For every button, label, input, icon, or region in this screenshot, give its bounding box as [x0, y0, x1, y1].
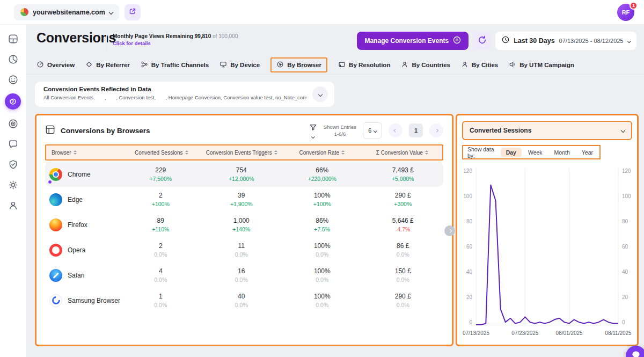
- tab-by-countries[interactable]: By Countries: [401, 61, 450, 69]
- cell-delta: 0.0%: [120, 251, 201, 258]
- tab-by-browser[interactable]: By Browser: [270, 57, 327, 72]
- browser-name: Samsung Browser: [68, 297, 120, 304]
- tab-by-device[interactable]: By Device: [219, 61, 260, 69]
- column-label: Conversion Rate: [299, 150, 339, 156]
- cell-value: 16: [201, 267, 282, 275]
- user-icon: [8, 200, 19, 211]
- sort-icon: [185, 150, 188, 155]
- x-tick-label: 08/01/2025: [556, 330, 583, 336]
- granularity-day-button[interactable]: Day: [501, 148, 522, 157]
- chevron-down-icon: [627, 39, 631, 42]
- sidebar-item-visitors[interactable]: [6, 73, 19, 86]
- granularity-month-button[interactable]: Month: [549, 148, 575, 157]
- plus-circle-icon: [453, 36, 461, 46]
- next-page-button[interactable]: [429, 123, 443, 137]
- table-row-safari[interactable]: Safari 40.0% 160.0% 100%0.0% 150 £0.0%: [45, 263, 443, 288]
- table-row-chrome[interactable]: Chrome 229+7,500% 754+12,000% 66%+220,00…: [45, 162, 443, 187]
- sidebar-item-conversions[interactable]: [5, 93, 21, 110]
- cell-delta: +100%: [120, 201, 201, 207]
- column-header-browser[interactable]: Browser: [46, 150, 121, 156]
- page-size-select[interactable]: 6: [363, 122, 382, 139]
- cell-delta: 0.0%: [363, 276, 444, 283]
- prev-page-button[interactable]: [389, 123, 402, 137]
- tab-by-traffic-channels[interactable]: By Traffic Channels: [141, 61, 209, 69]
- panel-resize-handle[interactable]: [444, 225, 455, 236]
- tab-label: By Referrer: [96, 62, 130, 68]
- support-chat-button[interactable]: [626, 346, 644, 357]
- sidebar-item-settings[interactable]: [6, 178, 19, 191]
- sort-icon: [274, 150, 277, 155]
- cell-value: 86%: [282, 217, 363, 224]
- manage-conversion-events-button[interactable]: Manage Conversion Events: [357, 32, 469, 50]
- table-row-samsung-browser[interactable]: Samsung Browser 10.0% 400.0% 100%0.0% 29…: [45, 288, 443, 313]
- share-nodes-icon: [141, 61, 148, 69]
- tab-by-referrer[interactable]: By Referrer: [85, 61, 130, 69]
- table-row-opera[interactable]: Opera 20.0% 110.0% 100%0.0% 86 £0.0%: [45, 237, 443, 263]
- granularity-year-button[interactable]: Year: [576, 148, 598, 157]
- events-bar-title: Conversion Events Reflected in Data: [43, 86, 306, 92]
- tab-by-resolution[interactable]: By Resolution: [338, 61, 390, 69]
- y-tick-label: 40: [462, 269, 472, 275]
- y-tick-label: 120: [622, 168, 633, 174]
- user-menu[interactable]: RF 1: [617, 4, 634, 21]
- sidebar-item-statistics[interactable]: [6, 53, 19, 65]
- refresh-icon: [478, 35, 487, 47]
- browser-name: Firefox: [68, 221, 87, 229]
- date-range-value: 07/13/2025 - 08/12/2025: [559, 38, 624, 44]
- cell-delta: +300%: [363, 201, 444, 207]
- cell-delta: +110%: [120, 226, 201, 232]
- site-selector-label: yourwebsitename.com: [33, 9, 105, 16]
- tab-label: Overview: [47, 62, 75, 68]
- cell-delta: 0.0%: [282, 276, 363, 283]
- site-selector[interactable]: yourwebsitename.com: [14, 4, 119, 20]
- shown-entries-label: Shown Entries: [324, 123, 356, 130]
- chrome-browser-icon: [49, 168, 62, 181]
- cell-delta: +1,900%: [201, 201, 282, 207]
- cell-delta: -4.7%: [363, 226, 444, 232]
- browser-name: Chrome: [68, 171, 91, 178]
- grid-icon: [45, 125, 55, 137]
- megaphone-icon: [509, 61, 516, 69]
- date-range-picker[interactable]: Last 30 Days 07/13/2025 - 08/12/2025: [495, 32, 636, 50]
- sidebar-item-dashboard[interactable]: [6, 32, 19, 45]
- chevron-down-icon: [374, 129, 377, 132]
- tab-by-utm-campaign[interactable]: By UTM Campaign: [509, 61, 574, 69]
- table-row-firefox[interactable]: Firefox 89+110% 1,000+140% 86%+7.5% 5,64…: [45, 212, 443, 237]
- cell-delta: 0.0%: [201, 276, 282, 283]
- sidebar-item-privacy[interactable]: [6, 158, 19, 171]
- y-axis-right: 120 100 80 60 40 20 0: [618, 168, 633, 325]
- conversions-by-browsers-panel: Conversions by Browsers Shown Entries 1-…: [35, 114, 453, 346]
- sidebar-nav: [0, 25, 26, 357]
- column-header-conversion-rate[interactable]: Conversion Rate: [282, 150, 362, 156]
- chevron-right-icon: [435, 129, 438, 132]
- top-bar: yourwebsitename.com RF 1: [0, 0, 644, 25]
- filter-button[interactable]: [309, 123, 317, 138]
- chevron-left-icon: [394, 129, 397, 132]
- tab-label: By UTM Campaign: [519, 62, 574, 68]
- main-content: Conversions Monthly Page Views Remaining…: [26, 25, 644, 357]
- sidebar-item-targets[interactable]: [6, 117, 19, 130]
- screen-frame-icon: [338, 61, 346, 69]
- x-tick-label: 07/13/2025: [463, 330, 489, 336]
- current-page-button[interactable]: 1: [409, 123, 423, 137]
- metric-selector-dropdown[interactable]: Converted Sessions: [462, 121, 632, 140]
- table-row-edge[interactable]: Edge 2+100% 39+1,900% 100%+100% 290 £+30…: [45, 187, 443, 212]
- quota-details-link[interactable]: Click for details: [113, 40, 238, 46]
- tab-overview[interactable]: Overview: [36, 61, 75, 69]
- granularity-week-button[interactable]: Week: [523, 148, 548, 157]
- tab-by-cities[interactable]: By Cities: [461, 61, 498, 69]
- sidebar-item-account[interactable]: [6, 199, 19, 212]
- quota-value: 99,810: [195, 33, 211, 39]
- conversion-events-bar: Conversion Events Reflected in Data All …: [35, 82, 334, 107]
- events-bar-expand-button[interactable]: [312, 86, 328, 102]
- open-site-button[interactable]: [125, 4, 141, 20]
- browser-name: Safari: [68, 272, 84, 279]
- sidebar-item-feedback[interactable]: [6, 137, 19, 150]
- table-header-row: Browser Converted Sessions Conversion Ev…: [45, 144, 443, 161]
- refresh-button[interactable]: [473, 32, 491, 50]
- column-header-conversion-value[interactable]: Σ Conversion Value: [362, 150, 443, 156]
- column-header-converted-sessions[interactable]: Converted Sessions: [121, 150, 202, 156]
- chevron-down-icon: [109, 10, 113, 14]
- column-header-conversion-events-triggers[interactable]: Conversion Events Triggers: [202, 150, 282, 156]
- cell-value: 86 £: [363, 242, 444, 250]
